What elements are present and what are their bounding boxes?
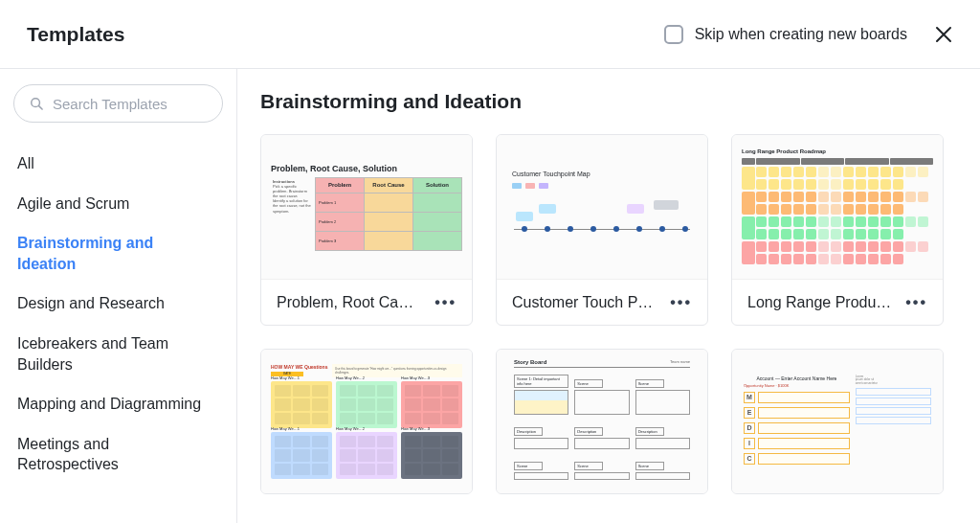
category-item-brainstorming[interactable]: Brainstorming and Ideation bbox=[0, 223, 223, 284]
template-thumbnail: Account — Enter Account Name Here Opport… bbox=[732, 350, 943, 493]
search-wrap bbox=[0, 69, 236, 138]
template-menu-button[interactable]: ••• bbox=[670, 294, 692, 311]
skip-checkbox-label: Skip when creating new boards bbox=[695, 26, 907, 43]
template-card-footer: Customer Touch P… ••• bbox=[497, 279, 707, 325]
category-item-mapping[interactable]: Mapping and Diagramming bbox=[0, 384, 223, 424]
section-title: Brainstorming and Ideation bbox=[260, 90, 944, 113]
thumb-title: Long Range Product Roadmap bbox=[742, 148, 933, 154]
category-item-all[interactable]: All bbox=[0, 144, 223, 184]
search-box[interactable] bbox=[13, 84, 223, 123]
template-card[interactable]: Customer Touchpoint Map bbox=[496, 134, 708, 326]
category-item-agile-scrum[interactable]: Agile and Scrum bbox=[0, 184, 223, 224]
template-card[interactable]: Long Range Product Roadmap Long Range Pr… bbox=[731, 134, 944, 326]
category-item-design-research[interactable]: Design and Research bbox=[0, 284, 223, 324]
template-thumbnail: Long Range Product Roadmap bbox=[732, 135, 943, 279]
template-title: Long Range Produ… bbox=[747, 294, 891, 311]
search-icon bbox=[30, 96, 43, 111]
dialog-header: Templates Skip when creating new boards bbox=[0, 0, 980, 69]
skip-checkbox[interactable] bbox=[664, 25, 683, 44]
close-icon bbox=[935, 26, 952, 43]
template-grid: Problem, Root Cause, Solution Instructio… bbox=[260, 134, 944, 494]
category-item-icebreakers[interactable]: Icebreakers and Team Builders bbox=[0, 324, 223, 384]
template-thumbnail: Problem, Root Cause, Solution Instructio… bbox=[261, 135, 472, 279]
dialog-body: All Agile and Scrum Brainstorming and Id… bbox=[0, 69, 980, 523]
thumb-title: Problem, Root Cause, Solution bbox=[271, 164, 462, 173]
template-card[interactable]: Problem, Root Cause, Solution Instructio… bbox=[260, 134, 473, 326]
close-button[interactable] bbox=[934, 25, 953, 44]
template-card-footer: Long Range Produ… ••• bbox=[732, 279, 943, 325]
header-actions: Skip when creating new boards bbox=[664, 25, 953, 44]
category-item-meetings[interactable]: Meetings and Retrospectives bbox=[0, 424, 223, 485]
template-card[interactable]: Account — Enter Account Name Here Opport… bbox=[731, 349, 944, 494]
template-menu-button[interactable]: ••• bbox=[905, 294, 927, 311]
skip-checkbox-group[interactable]: Skip when creating new boards bbox=[664, 25, 907, 44]
templates-main[interactable]: Brainstorming and Ideation Problem, Root… bbox=[237, 69, 980, 523]
template-card-footer: Problem, Root Ca… ••• bbox=[261, 279, 472, 325]
template-thumbnail: HOW MAY WE Questions DATE Use this board… bbox=[261, 350, 472, 493]
template-card[interactable]: Story BoardTeam name Scene 1: Detail imp… bbox=[496, 349, 708, 494]
template-thumbnail: Customer Touchpoint Map bbox=[497, 135, 707, 279]
sidebar: All Agile and Scrum Brainstorming and Id… bbox=[0, 69, 237, 523]
category-list[interactable]: All Agile and Scrum Brainstorming and Id… bbox=[0, 138, 236, 523]
page-title: Templates bbox=[27, 23, 124, 46]
thumb-title: Customer Touchpoint Map bbox=[512, 171, 692, 177]
template-title: Customer Touch P… bbox=[512, 294, 653, 311]
search-input[interactable] bbox=[53, 96, 207, 112]
template-menu-button[interactable]: ••• bbox=[434, 294, 457, 311]
template-thumbnail: Story BoardTeam name Scene 1: Detail imp… bbox=[497, 350, 707, 493]
template-title: Problem, Root Ca… bbox=[277, 294, 413, 311]
template-card[interactable]: HOW MAY WE Questions DATE Use this board… bbox=[260, 349, 473, 494]
